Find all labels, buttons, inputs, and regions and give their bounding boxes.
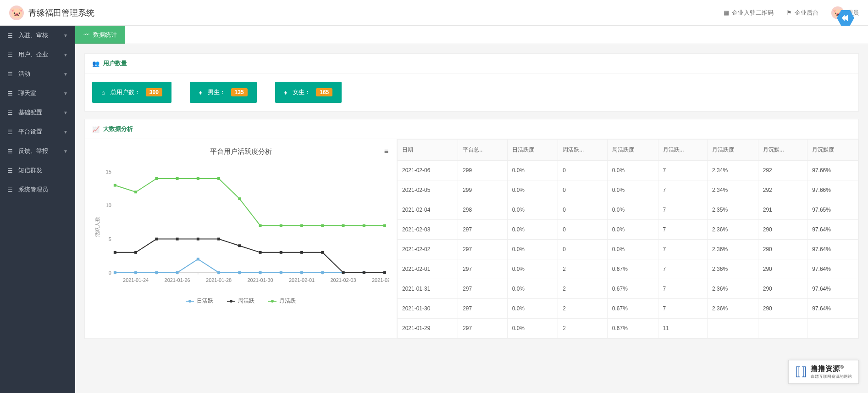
table-cell: 2021-01-30: [398, 299, 458, 319]
caret-down-icon: ▼: [63, 52, 68, 57]
table-cell: 7: [658, 220, 708, 240]
table-header[interactable]: 月沉默度: [807, 140, 858, 161]
svg-rect-67: [363, 224, 365, 227]
stat-icon: ♦: [284, 89, 287, 96]
svg-rect-35: [280, 271, 282, 274]
svg-rect-45: [197, 238, 199, 241]
legend-item-0[interactable]: 日活跃: [186, 297, 213, 305]
caret-down-icon: ▼: [63, 129, 68, 135]
user-count-panel: 👥 用户数量 ⌂总用户数：300♦男生：135♦女生：165: [84, 53, 859, 112]
svg-rect-63: [280, 224, 282, 227]
table-row: 2021-01-312970.0%20.67%72.36%29097.64%: [398, 279, 858, 299]
table-cell: [807, 319, 858, 338]
table-cell: 2: [558, 259, 608, 279]
table-header[interactable]: 日期: [398, 140, 458, 161]
table-row: 2021-01-292970.0%20.67%11: [398, 319, 858, 338]
svg-rect-48: [259, 251, 262, 254]
table-header[interactable]: 日活跃度: [507, 140, 558, 161]
stat-card-2: ♦女生：165: [275, 82, 342, 103]
table-cell: 2: [558, 299, 608, 319]
header-left: 青缘福田管理系统: [9, 6, 94, 20]
svg-rect-65: [321, 224, 324, 227]
table-header[interactable]: 月活跃度: [708, 140, 758, 161]
table-header[interactable]: 月沉默...: [758, 140, 807, 161]
sidebar-label: 活动: [18, 70, 30, 78]
table-cell: 2.34%: [708, 161, 758, 180]
stat-card-1: ♦男生：135: [190, 82, 257, 103]
svg-rect-27: [114, 271, 116, 274]
svg-rect-58: [176, 177, 179, 180]
stat-label: 男生：: [208, 88, 226, 96]
list-icon: ☰: [7, 33, 13, 39]
table-cell: 0.67%: [607, 279, 658, 299]
sidebar-item-2[interactable]: ☰活动▼: [0, 64, 75, 84]
watermark-logo-icon: ⟦⟧: [795, 365, 807, 379]
sidebar-item-1[interactable]: ☰用户、企业▼: [0, 45, 75, 64]
legend-item-1[interactable]: 周活跃: [227, 297, 254, 305]
table-cell: 2021-02-06: [398, 161, 458, 180]
sidebar-item-0[interactable]: ☰入驻、审核▼: [0, 26, 75, 45]
table-cell: 2021-02-04: [398, 200, 458, 220]
table-cell: 0.67%: [607, 299, 658, 319]
qr-link[interactable]: ▦ 企业入驻二维码: [724, 9, 774, 17]
svg-rect-52: [342, 271, 345, 274]
table-cell: 0.0%: [607, 220, 658, 240]
svg-rect-55: [114, 184, 116, 187]
stat-label: 总用户数：: [111, 88, 140, 96]
table-cell: 7: [658, 180, 708, 200]
table-cell: 0.0%: [507, 279, 558, 299]
sidebar-item-5[interactable]: ☰平台设置▼: [0, 122, 75, 141]
table-cell: 0.0%: [607, 200, 658, 220]
sidebar-item-8[interactable]: ☰系统管理员: [0, 180, 75, 199]
table-cell: 0: [558, 180, 608, 200]
table-header[interactable]: 平台总...: [458, 140, 508, 161]
caret-down-icon: ▼: [63, 33, 68, 38]
svg-rect-37: [321, 271, 324, 274]
table-cell: 0: [558, 220, 608, 240]
watermark[interactable]: ⟦⟧ 撸撸资源® 白嫖互联网资源的网站: [788, 360, 859, 384]
svg-text:2021-02-01: 2021-02-01: [289, 277, 315, 283]
table-cell: 2021-02-01: [398, 259, 458, 279]
table-header[interactable]: 周活跃度: [607, 140, 658, 161]
sidebar-item-4[interactable]: ☰基础配置▼: [0, 103, 75, 122]
table-header[interactable]: 月活跃...: [658, 140, 708, 161]
app-title: 青缘福田管理系统: [28, 7, 94, 18]
table-cell: 0.0%: [507, 240, 558, 259]
legend-swatch-icon: [268, 301, 276, 302]
table-cell: [758, 319, 807, 338]
table-cell: 297: [458, 259, 508, 279]
legend-label: 月活跃: [279, 297, 296, 305]
table-header[interactable]: 周活跃...: [558, 140, 608, 161]
legend-item-2[interactable]: 月活跃: [268, 297, 296, 305]
svg-rect-53: [363, 271, 365, 274]
backend-link[interactable]: ⚑ 企业后台: [786, 9, 818, 17]
svg-rect-60: [217, 177, 220, 180]
table-cell: 299: [458, 180, 508, 200]
stat-label: 女生：: [293, 88, 310, 96]
watermark-reg: ®: [840, 364, 844, 370]
sidebar-label: 入驻、审核: [18, 31, 48, 39]
svg-rect-31: [197, 258, 199, 260]
caret-down-icon: ▼: [63, 72, 68, 77]
table-cell: 290: [758, 259, 807, 279]
sidebar-item-7[interactable]: ☰短信群发: [0, 161, 75, 180]
table-cell: 0.0%: [607, 161, 658, 180]
table-cell: 297: [458, 319, 508, 338]
table-cell: 297: [458, 240, 508, 259]
table-cell: 2.36%: [708, 240, 758, 259]
tab-data-stats[interactable]: 〰 数据统计: [75, 26, 125, 44]
svg-rect-64: [300, 224, 303, 227]
chart-column: ≡ 平台用户活跃度分析 0510152021-01-242021-01-2620…: [85, 139, 397, 338]
svg-text:2021-02-05: 2021-02-05: [372, 277, 389, 283]
sidebar-item-6[interactable]: ☰反馈、举报▼: [0, 141, 75, 161]
svg-rect-66: [342, 224, 345, 227]
table-cell: 2.36%: [708, 220, 758, 240]
svg-rect-32: [217, 271, 220, 274]
sidebar-item-3[interactable]: ☰聊天室▼: [0, 84, 75, 103]
svg-rect-57: [155, 177, 158, 180]
svg-rect-29: [155, 271, 158, 274]
svg-text:2021-01-26: 2021-01-26: [165, 277, 190, 283]
svg-rect-56: [134, 191, 137, 193]
chart-menu-icon[interactable]: ≡: [384, 147, 388, 156]
tab-label: 数据统计: [93, 31, 117, 39]
